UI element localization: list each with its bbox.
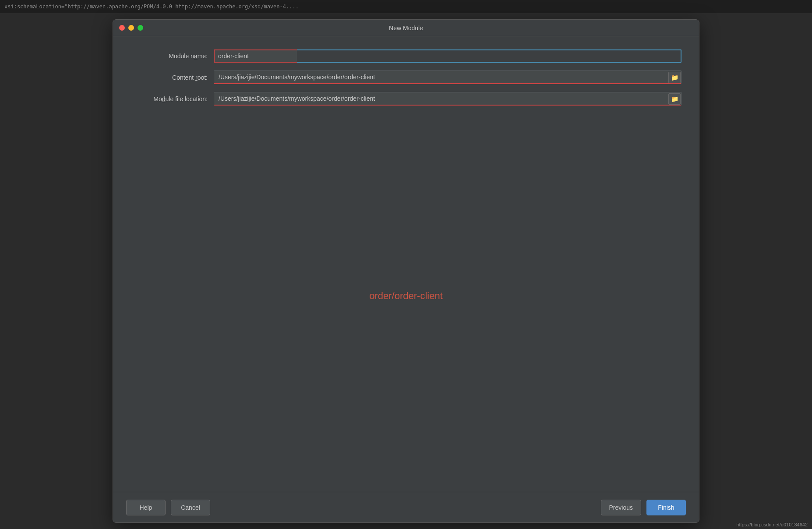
module-file-browse-button[interactable]: 📁 [668,93,681,105]
previous-button[interactable]: Previous [601,500,641,515]
content-root-row: Content root: 📁 [131,71,681,84]
module-file-input[interactable] [214,92,681,106]
finish-button[interactable]: Finish [646,500,686,515]
module-name-row: Module name: [131,49,681,63]
footer-right-buttons: Previous Finish [601,500,686,515]
content-root-label: Content root: [131,74,214,81]
url-bar: https://blog.csdn.net/u010134642 [732,520,812,529]
module-file-label: Module file location: [131,95,214,102]
content-root-input[interactable] [214,71,681,84]
dialog-footer: Help Cancel Previous Finish [113,492,699,522]
close-button[interactable] [119,25,125,31]
content-root-browse-button[interactable]: 📁 [668,72,681,83]
maximize-button[interactable] [138,25,143,31]
minimize-button[interactable] [128,25,134,31]
content-root-input-wrapper: 📁 [214,71,681,84]
module-name-right-input[interactable] [297,49,681,63]
dialog-title: New Module [389,25,423,32]
dialog-body: Module name: Content root: 📁 [113,36,699,492]
annotation-text: order/order-client [369,290,443,302]
module-file-row: Module file location: 📁 [131,92,681,106]
new-module-dialog: New Module Module name: Content ro [113,19,699,523]
cancel-button[interactable]: Cancel [171,500,210,515]
dialog-overlay: New Module Module name: Content ro [0,0,812,529]
center-annotation-area: order/order-client [131,113,681,479]
module-name-combined [214,49,681,63]
help-button[interactable]: Help [126,500,166,515]
folder-icon-2: 📁 [671,95,678,102]
folder-icon: 📁 [671,74,678,81]
module-name-input-wrapper [214,49,681,63]
footer-left-buttons: Help Cancel [126,500,210,515]
module-name-label: Module name: [131,53,214,60]
title-bar: New Module [113,20,699,36]
module-name-left-input[interactable] [214,49,297,63]
module-file-input-wrapper: 📁 [214,92,681,106]
window-controls [119,25,143,31]
